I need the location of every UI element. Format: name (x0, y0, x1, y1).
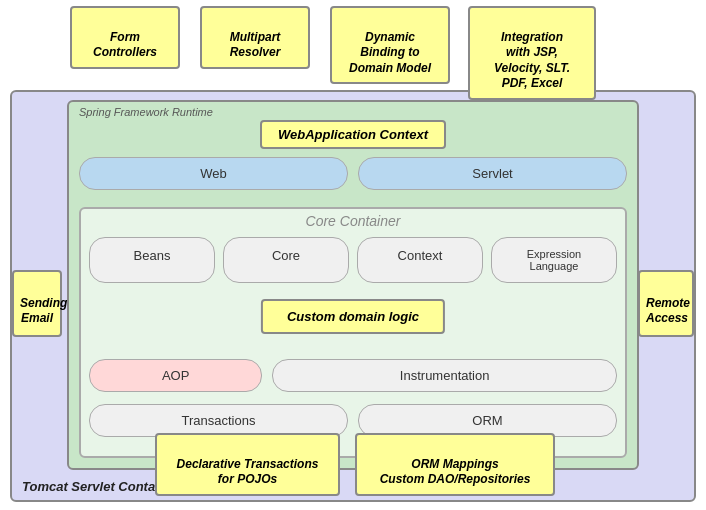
expression-language-label: Expression Language (527, 248, 581, 272)
tx-orm-row: Transactions ORM (89, 404, 617, 437)
integration-jsp-label: Integration with JSP, Velocity, SLT. PDF… (494, 30, 570, 91)
aop-instrumentation-row: AOP Instrumentation (89, 359, 617, 392)
orm-box: ORM (358, 404, 617, 437)
dynamic-binding-box: Dynamic Binding to Domain Model (330, 6, 450, 84)
context-box: Context (357, 237, 483, 283)
form-controllers-box: Form Controllers (70, 6, 180, 69)
servlet-label: Servlet (472, 166, 512, 181)
custom-domain-box: Custom domain logic (261, 299, 445, 334)
orm-mappings-box: ORM Mappings Custom DAO/Repositories (355, 433, 555, 496)
web-label: Web (200, 166, 227, 181)
transactions-label: Transactions (182, 413, 256, 428)
core-box: Core (223, 237, 349, 283)
transactions-box: Transactions (89, 404, 348, 437)
core-label: Core (272, 248, 300, 263)
bcce-row: Beans Core Context Expression Language (89, 237, 617, 283)
servlet-box: Servlet (358, 157, 627, 190)
orm-mappings-label: ORM Mappings Custom DAO/Repositories (380, 457, 531, 487)
dynamic-binding-label: Dynamic Binding to Domain Model (349, 30, 431, 75)
spring-container: Spring Framework Runtime WebApplication … (67, 100, 639, 470)
beans-box: Beans (89, 237, 215, 283)
declarative-tx-label: Declarative Transactions for POJOs (177, 457, 319, 487)
webapp-context-box: WebApplication Context (260, 120, 446, 149)
expression-language-box: Expression Language (491, 237, 617, 283)
multipart-resolver-label: Multipart Resolver (230, 30, 281, 60)
integration-jsp-box: Integration with JSP, Velocity, SLT. PDF… (468, 6, 596, 100)
orm-label: ORM (472, 413, 502, 428)
aop-box: AOP (89, 359, 262, 392)
aop-label: AOP (162, 368, 189, 383)
context-label: Context (398, 248, 443, 263)
multipart-resolver-box: Multipart Resolver (200, 6, 310, 69)
custom-domain-label: Custom domain logic (287, 309, 419, 324)
instrumentation-box: Instrumentation (272, 359, 617, 392)
webapp-context-label: WebApplication Context (278, 127, 428, 142)
declarative-tx-box: Declarative Transactions for POJOs (155, 433, 340, 496)
tomcat-container: Tomcat Servlet Container Spring Framewor… (10, 90, 696, 502)
core-container-label: Core Container (306, 213, 401, 229)
form-controllers-label: Form Controllers (93, 30, 157, 60)
sending-email-box: Sending Email (12, 270, 62, 337)
instrumentation-label: Instrumentation (400, 368, 490, 383)
remote-access-label: Remote Access (646, 296, 690, 326)
remote-access-box: Remote Access (638, 270, 694, 337)
spring-label: Spring Framework Runtime (79, 106, 213, 118)
web-box: Web (79, 157, 348, 190)
beans-label: Beans (134, 248, 171, 263)
core-container: Core Container Beans Core Context Expres… (79, 207, 627, 458)
sending-email-label: Sending Email (20, 296, 67, 326)
web-servlet-row: Web Servlet (79, 157, 627, 190)
